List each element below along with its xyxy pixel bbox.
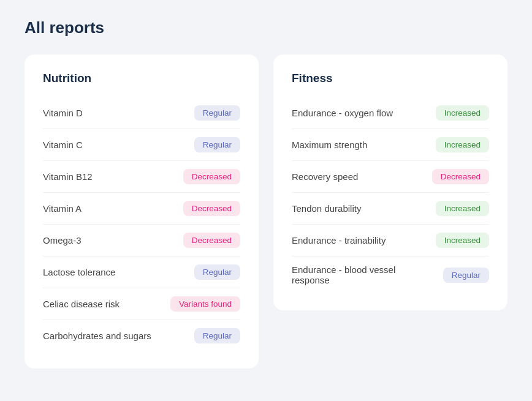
status-badge: Increased: [436, 105, 489, 121]
row-label: Endurance - oxygen flow: [292, 108, 436, 118]
row-label: Carbohydrates and sugars: [43, 331, 194, 341]
row-label: Lactose tolerance: [43, 267, 194, 277]
row-label: Vitamin B12: [43, 171, 183, 182]
table-row: Recovery speedDecreased: [292, 161, 489, 193]
table-row: Vitamin B12Decreased: [43, 161, 240, 193]
table-row: Endurance - blood vessel responseRegular: [292, 257, 489, 293]
status-badge: Decreased: [183, 201, 240, 216]
table-row: Endurance - oxygen flowIncreased: [292, 97, 489, 129]
row-label: Maximum strength: [292, 140, 436, 150]
nutrition-card-title: Nutrition: [43, 72, 240, 85]
table-row: Vitamin ADecreased: [43, 193, 240, 225]
status-badge: Regular: [194, 137, 240, 152]
status-badge: Regular: [194, 105, 240, 121]
fitness-card-title: Fitness: [292, 72, 489, 85]
fitness-rows: Endurance - oxygen flowIncreasedMaximum …: [292, 97, 489, 293]
status-badge: Increased: [436, 233, 489, 248]
status-badge: Decreased: [432, 169, 489, 184]
row-label: Celiac disease risk: [43, 299, 170, 309]
status-badge: Regular: [194, 264, 240, 280]
row-label: Recovery speed: [292, 171, 432, 182]
row-label: Vitamin A: [43, 203, 183, 214]
row-label: Vitamin C: [43, 140, 194, 150]
table-row: Endurance - trainabilityIncreased: [292, 225, 489, 257]
page-title: All reports: [25, 18, 507, 37]
status-badge: Decreased: [183, 233, 240, 248]
fitness-card: Fitness Endurance - oxygen flowIncreased…: [273, 54, 507, 310]
table-row: Vitamin DRegular: [43, 97, 240, 129]
nutrition-rows: Vitamin DRegularVitamin CRegularVitamin …: [43, 97, 240, 351]
nutrition-card: Nutrition Vitamin DRegularVitamin CRegul…: [25, 54, 259, 369]
status-badge: Decreased: [183, 169, 240, 184]
row-label: Vitamin D: [43, 108, 194, 118]
cards-row: Nutrition Vitamin DRegularVitamin CRegul…: [25, 54, 507, 369]
row-label: Endurance - trainability: [292, 235, 436, 245]
row-label: Tendon durability: [292, 203, 436, 214]
table-row: Lactose toleranceRegular: [43, 257, 240, 288]
status-badge: Variants found: [170, 296, 240, 312]
table-row: Carbohydrates and sugarsRegular: [43, 320, 240, 351]
table-row: Maximum strengthIncreased: [292, 129, 489, 161]
table-row: Vitamin CRegular: [43, 129, 240, 161]
table-row: Omega-3Decreased: [43, 225, 240, 257]
row-label: Omega-3: [43, 235, 183, 245]
table-row: Tendon durabilityIncreased: [292, 193, 489, 225]
status-badge: Regular: [194, 328, 240, 343]
status-badge: Increased: [436, 201, 489, 216]
status-badge: Regular: [443, 268, 489, 283]
table-row: Celiac disease riskVariants found: [43, 288, 240, 320]
row-label: Endurance - blood vessel response: [292, 264, 443, 285]
status-badge: Increased: [436, 137, 489, 152]
